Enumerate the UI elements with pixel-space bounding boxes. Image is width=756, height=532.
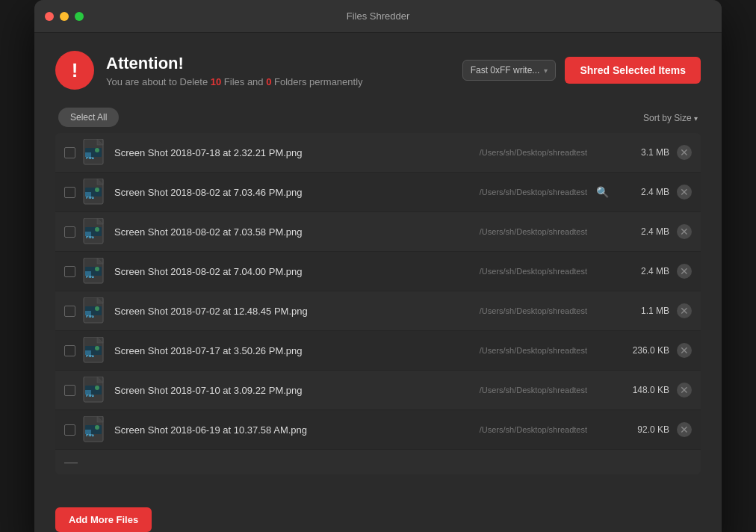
- file-name: Screen Shot 2018-07-17 at 3.50.26 PM.png: [114, 345, 430, 356]
- description-middle: Files and: [221, 76, 266, 87]
- search-icon: 🔍: [595, 186, 610, 198]
- svg-rect-46: [85, 350, 91, 355]
- remove-file-button[interactable]: ✕: [677, 383, 692, 398]
- file-path: /Users/sh/Desktop/shreadtest: [438, 267, 587, 276]
- write-mode-dropdown[interactable]: Fast 0xFF write... ▾: [462, 60, 557, 81]
- remove-file-button[interactable]: ✕: [677, 422, 692, 437]
- file-checkbox[interactable]: [64, 266, 75, 277]
- remove-file-button[interactable]: ✕: [677, 224, 692, 239]
- file-path: /Users/sh/Desktop/shreadtest: [438, 346, 587, 355]
- file-path: /Users/sh/Desktop/shreadtest: [438, 425, 587, 434]
- file-icon: PNG: [83, 416, 107, 443]
- table-row: PNG Screen Shot 2018-06-19 at 10.37.58 A…: [55, 410, 701, 450]
- attention-actions: Fast 0xFF write... ▾ Shred Selected Item…: [462, 57, 701, 84]
- table-row: PNG Screen Shot 2018-08-02 at 7.04.00 PM…: [55, 252, 701, 291]
- file-size: 236.0 KB: [617, 345, 669, 356]
- file-checkbox[interactable]: [64, 385, 75, 396]
- sort-label-text: Sort by Size: [643, 113, 692, 123]
- svg-point-55: [95, 386, 99, 390]
- svg-rect-14: [85, 192, 91, 197]
- file-name: Screen Shot 2018-08-02 at 7.03.46 PM.png: [114, 187, 430, 198]
- window-title: Files Shredder: [347, 10, 410, 22]
- svg-rect-38: [85, 311, 91, 315]
- table-row: PNG Screen Shot 2018-07-02 at 12.48.45 P…: [55, 291, 701, 331]
- file-checkbox[interactable]: [64, 345, 75, 356]
- main-content: ! Attention! You are about to Delete 10 …: [34, 33, 722, 492]
- file-icon: PNG: [83, 179, 107, 205]
- file-checkbox[interactable]: [64, 306, 75, 317]
- remove-file-button[interactable]: ✕: [677, 185, 692, 200]
- minimize-button[interactable]: [60, 12, 69, 21]
- description-suffix: Folders permanently: [271, 76, 362, 87]
- file-size: 1.1 MB: [617, 306, 669, 316]
- svg-point-39: [95, 306, 99, 311]
- maximize-button[interactable]: [75, 12, 84, 21]
- file-size: 2.4 MB: [617, 187, 669, 197]
- close-button[interactable]: [45, 12, 54, 21]
- sort-label: Sort by Size ▾: [643, 113, 698, 123]
- svg-point-23: [95, 227, 99, 232]
- table-row: PNG Screen Shot 2018-08-02 at 7.03.58 PM…: [55, 212, 701, 252]
- svg-rect-54: [85, 390, 91, 395]
- file-icon: PNG: [83, 139, 107, 166]
- file-path: /Users/sh/Desktop/shreadtest: [438, 227, 587, 236]
- minus-icon[interactable]: —: [64, 454, 78, 470]
- remove-file-button[interactable]: ✕: [677, 343, 692, 358]
- file-icon: PNG: [83, 337, 107, 364]
- attention-icon: !: [55, 51, 94, 90]
- file-checkbox[interactable]: [64, 226, 75, 238]
- remove-file-button[interactable]: ✕: [677, 145, 692, 160]
- shred-button[interactable]: Shred Selected Items: [565, 57, 701, 84]
- remove-file-button[interactable]: ✕: [677, 303, 692, 318]
- svg-point-15: [95, 188, 99, 192]
- file-checkbox[interactable]: [64, 147, 75, 158]
- file-path: /Users/sh/Desktop/shreadtest: [438, 148, 587, 157]
- description-prefix: You are about to Delete: [106, 76, 211, 87]
- file-path: /Users/sh/Desktop/shreadtest: [438, 306, 587, 315]
- bottom-bar: Add More Files: [34, 492, 722, 532]
- titlebar: Files Shredder: [34, 0, 722, 33]
- file-path: /Users/sh/Desktop/shreadtest: [438, 386, 587, 395]
- file-name: Screen Shot 2018-07-10 at 3.09.22 PM.png: [114, 385, 430, 396]
- file-icon: PNG: [83, 377, 107, 403]
- file-checkbox[interactable]: [64, 424, 75, 436]
- file-name: Screen Shot 2018-08-02 at 7.03.58 PM.png: [114, 226, 430, 238]
- svg-rect-30: [85, 271, 91, 276]
- list-header: Select All Sort by Size ▾: [55, 108, 701, 127]
- attention-bar: ! Attention! You are about to Delete 10 …: [55, 51, 701, 90]
- file-name: Screen Shot 2018-06-19 at 10.37.58 AM.pn…: [114, 424, 430, 436]
- file-size: 92.0 KB: [617, 424, 669, 435]
- file-size: 148.0 KB: [617, 385, 669, 395]
- file-size: 3.1 MB: [617, 147, 669, 158]
- file-icon: PNG: [83, 218, 107, 245]
- remove-file-button[interactable]: ✕: [677, 264, 692, 279]
- file-size: 2.4 MB: [617, 266, 669, 276]
- sort-arrow-icon: ▾: [694, 114, 698, 123]
- files-count: 10: [211, 76, 221, 87]
- file-name: Screen Shot 2018-08-02 at 7.04.00 PM.png: [114, 266, 430, 277]
- file-list: PNG Screen Shot 2018-07-18 at 2.32.21 PM…: [55, 133, 701, 474]
- attention-title: Attention!: [106, 54, 450, 73]
- select-all-button[interactable]: Select All: [58, 108, 119, 127]
- svg-rect-22: [85, 232, 91, 236]
- file-name: Screen Shot 2018-07-02 at 12.48.45 PM.pn…: [114, 306, 430, 317]
- main-window: Files Shredder ! Attention! You are abou…: [34, 0, 722, 532]
- minus-row: —: [55, 450, 701, 474]
- svg-point-7: [95, 148, 99, 152]
- sort-control[interactable]: Sort by Size ▾: [643, 111, 698, 124]
- table-row: PNG Screen Shot 2018-07-18 at 2.32.21 PM…: [55, 133, 701, 173]
- file-size: 2.4 MB: [617, 226, 669, 237]
- table-row: PNG Screen Shot 2018-08-02 at 7.03.46 PM…: [55, 173, 701, 212]
- attention-description: You are about to Delete 10 Files and 0 F…: [106, 76, 450, 87]
- svg-point-31: [95, 267, 99, 271]
- file-checkbox[interactable]: [64, 187, 75, 198]
- table-row: PNG Screen Shot 2018-07-17 at 3.50.26 PM…: [55, 331, 701, 371]
- svg-rect-6: [85, 152, 91, 157]
- svg-rect-62: [85, 430, 91, 434]
- add-files-button[interactable]: Add More Files: [55, 507, 152, 532]
- file-path: /Users/sh/Desktop/shreadtest: [438, 188, 587, 197]
- svg-point-47: [95, 346, 99, 350]
- write-mode-label: Fast 0xFF write...: [471, 65, 540, 75]
- attention-text: Attention! You are about to Delete 10 Fi…: [106, 54, 450, 87]
- file-name: Screen Shot 2018-07-18 at 2.32.21 PM.png: [114, 147, 430, 158]
